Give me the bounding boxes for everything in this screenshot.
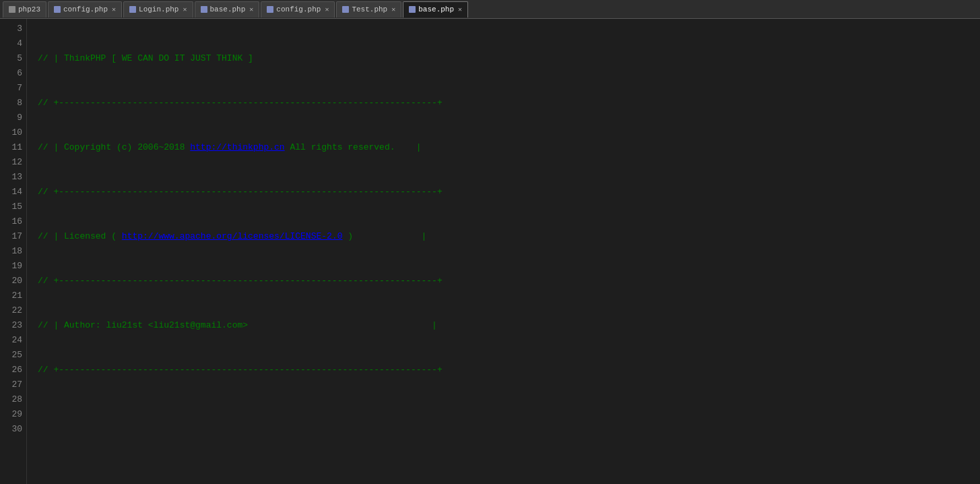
- code-line-6: // +------------------------------------…: [38, 185, 980, 200]
- line-numbers: 3 4 5 6 7 8 9 10 11 12 13 14 15 16 17 18…: [0, 19, 27, 484]
- tab-config-php1[interactable]: config.php ✕: [48, 1, 122, 18]
- line-number: 23: [3, 318, 22, 333]
- line-number: 11: [3, 140, 22, 155]
- tab-login-php[interactable]: Login.php ✕: [123, 1, 193, 18]
- line-number: 3: [3, 22, 22, 36]
- tab-base-php2[interactable]: base.php ✕: [403, 1, 468, 18]
- tab-label: Test.php: [352, 5, 387, 13]
- tab-icon: [54, 6, 61, 13]
- code-line-9: // | Author: liu21st <liu21st@gmail.com>…: [38, 318, 980, 333]
- tab-label: php23: [18, 5, 40, 13]
- line-number: 10: [3, 125, 22, 140]
- line-number: 24: [3, 333, 22, 348]
- line-number: 9: [3, 111, 22, 125]
- line-number: 6: [3, 66, 22, 81]
- line-number: 15: [3, 200, 22, 214]
- code-line-8: // +------------------------------------…: [38, 274, 980, 289]
- line-number: 26: [3, 363, 22, 377]
- line-number: 20: [3, 274, 22, 289]
- tab-icon: [342, 6, 349, 13]
- code-line-10: // +------------------------------------…: [38, 363, 980, 377]
- line-number: 12: [3, 155, 22, 170]
- code-line-3: // | ThinkPHP [ WE CAN DO IT JUST THINK …: [38, 51, 980, 66]
- line-number: 21: [3, 289, 22, 303]
- tab-icon: [409, 6, 416, 13]
- line-number: 27: [3, 377, 22, 392]
- code-line-7: // | Licensed ( http://www.apache.org/li…: [38, 229, 980, 244]
- code-area[interactable]: // | ThinkPHP [ WE CAN DO IT JUST THINK …: [27, 19, 980, 484]
- line-number: 8: [3, 96, 22, 111]
- line-number: 25: [3, 348, 22, 363]
- code-line-12: [38, 452, 980, 466]
- code-line-4: // +------------------------------------…: [38, 96, 980, 111]
- line-number: 22: [3, 303, 22, 318]
- line-number: 19: [3, 259, 22, 274]
- tab-label: Login.php: [139, 5, 178, 13]
- tab-base-php1[interactable]: base.php ✕: [195, 1, 260, 18]
- tab-icon: [129, 6, 136, 13]
- code-line-5: // | Copyright (c) 2006~2018 http://thin…: [38, 140, 980, 155]
- tab-test-php[interactable]: Test.php ✕: [336, 1, 401, 18]
- tab-label: config.php: [63, 5, 108, 13]
- line-number: 4: [3, 36, 22, 51]
- tab-label: config.php: [276, 5, 321, 13]
- line-number: 29: [3, 407, 22, 422]
- line-number: 30: [3, 422, 22, 437]
- tab-close-icon[interactable]: ✕: [249, 5, 253, 13]
- tab-label: base.php: [418, 5, 454, 13]
- tab-icon: [9, 6, 15, 13]
- line-number: 13: [3, 170, 22, 185]
- editor: 3 4 5 6 7 8 9 10 11 12 13 14 15 16 17 18…: [0, 19, 980, 484]
- tab-bar: php23 config.php ✕ Login.php ✕ base.php …: [0, 0, 980, 19]
- line-number: 16: [3, 214, 22, 229]
- line-number: 17: [3, 229, 22, 244]
- line-number: 18: [3, 244, 22, 259]
- tab-config-php2[interactable]: config.php ✕: [261, 1, 335, 18]
- tab-close-icon[interactable]: ✕: [391, 5, 395, 13]
- line-number: 28: [3, 392, 22, 407]
- line-number: 7: [3, 81, 22, 96]
- tab-close-icon[interactable]: ✕: [458, 5, 462, 13]
- line-number: 14: [3, 185, 22, 200]
- tab-label: base.php: [210, 5, 246, 13]
- tab-close-icon[interactable]: ✕: [112, 5, 116, 13]
- tab-icon: [201, 6, 207, 13]
- tab-icon: [267, 6, 273, 13]
- line-number: 5: [3, 51, 22, 66]
- code-line-11: [38, 407, 980, 422]
- tab-php23[interactable]: php23: [3, 1, 46, 18]
- tab-close-icon[interactable]: ✕: [325, 5, 329, 13]
- tab-close-icon[interactable]: ✕: [183, 5, 187, 13]
